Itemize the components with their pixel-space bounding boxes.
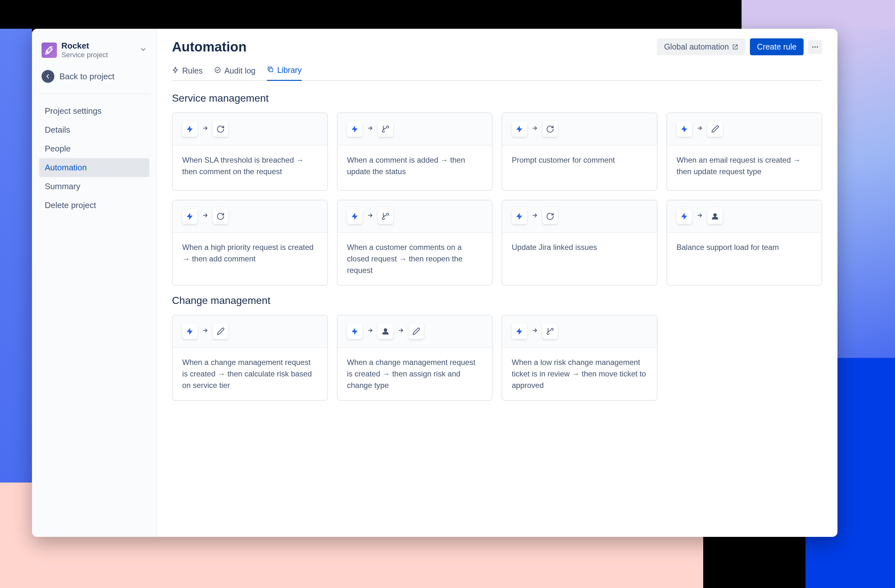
more-actions-button[interactable]	[808, 40, 822, 54]
automation-card[interactable]: Balance support load for team	[666, 200, 822, 286]
bolt-icon	[182, 209, 197, 224]
nav-item-project-settings[interactable]: Project settings	[39, 102, 149, 120]
card-header	[667, 200, 822, 233]
automation-card[interactable]: When a change management request is crea…	[337, 315, 493, 401]
decoration	[0, 29, 32, 483]
project-switcher[interactable]: Rocket Service project	[39, 38, 149, 64]
svg-point-2	[817, 46, 818, 48]
arrow-right-icon	[532, 125, 538, 133]
section-title: Change management	[172, 295, 822, 306]
card-header	[502, 200, 657, 233]
refresh-icon	[542, 121, 558, 137]
arrow-right-icon	[367, 327, 373, 335]
svg-point-1	[815, 46, 816, 48]
refresh-icon	[542, 209, 558, 224]
more-icon	[811, 43, 819, 51]
rocket-icon	[41, 42, 57, 58]
header-actions: Global automation Create rule	[657, 38, 822, 55]
branch-icon	[378, 209, 393, 224]
automation-card[interactable]: When a customer comments on a closed req…	[337, 200, 493, 286]
back-to-project[interactable]: Back to project	[39, 64, 149, 92]
card-header	[173, 113, 327, 145]
automation-card[interactable]: When SLA threshold is breached → then co…	[172, 112, 328, 191]
edit-icon	[707, 121, 723, 137]
chevron-down-icon	[140, 46, 147, 54]
tab-label: Rules	[182, 66, 203, 76]
card-description: Prompt customer for comment	[502, 145, 657, 190]
nav-item-people[interactable]: People	[39, 139, 149, 158]
arrow-right-icon	[397, 327, 404, 335]
bolt-icon	[347, 324, 363, 339]
nav-item-summary[interactable]: Summary	[39, 177, 149, 196]
svg-point-3	[215, 67, 220, 73]
card-description: When a low risk change management ticket…	[502, 348, 657, 400]
global-automation-button[interactable]: Global automation	[657, 38, 745, 55]
tab-library[interactable]: Library	[267, 63, 302, 81]
create-rule-button[interactable]: Create rule	[750, 38, 804, 55]
automation-card[interactable]: When a comment is added → then update th…	[337, 112, 493, 191]
global-automation-label: Global automation	[664, 42, 729, 52]
decoration	[831, 29, 895, 358]
arrow-right-icon	[532, 212, 538, 220]
automation-card[interactable]: Update Jira linked issues	[502, 200, 657, 286]
arrow-right-icon	[202, 212, 208, 220]
main-content: Automation Global automation Create rule…	[156, 29, 837, 537]
tab-label: Library	[277, 65, 302, 75]
bolt-icon	[677, 209, 692, 224]
project-type: Service project	[61, 51, 135, 59]
card-header	[338, 113, 492, 145]
person-icon	[378, 324, 393, 339]
bolt-icon	[347, 209, 363, 224]
arrow-right-icon	[202, 125, 208, 133]
refresh-icon	[213, 209, 228, 224]
bolt-icon	[182, 121, 197, 137]
automation-card[interactable]: When an email request is created → then …	[666, 112, 822, 191]
svg-point-0	[812, 46, 813, 48]
project-info: Rocket Service project	[61, 41, 135, 59]
bolt-icon	[677, 121, 692, 137]
arrow-right-icon	[367, 212, 373, 220]
nav-list: Project settingsDetailsPeopleAutomationS…	[39, 102, 149, 215]
tab-rules[interactable]: Rules	[172, 63, 203, 81]
arrow-right-icon	[696, 212, 703, 220]
bolt-icon	[512, 324, 527, 339]
section-title: Service management	[172, 92, 822, 104]
automation-card[interactable]: When a low risk change management ticket…	[502, 315, 657, 401]
copy-icon	[267, 65, 274, 75]
bolt-icon	[512, 209, 527, 224]
card-header	[502, 315, 657, 348]
card-header	[173, 315, 327, 348]
nav-item-automation[interactable]: Automation	[39, 158, 149, 177]
sections-container: Service management When SLA threshold is…	[172, 92, 822, 401]
tab-audit-log[interactable]: Audit log	[214, 63, 255, 81]
card-header	[338, 200, 492, 233]
card-header	[502, 113, 657, 145]
bolt-icon	[182, 324, 197, 339]
nav-item-details[interactable]: Details	[39, 120, 149, 139]
sidebar: Rocket Service project Back to project P…	[32, 29, 156, 537]
automation-card[interactable]: When a change management request is crea…	[172, 315, 328, 401]
branch-icon	[542, 324, 558, 339]
automation-card[interactable]: When a high priority request is created …	[172, 200, 328, 286]
card-grid: When a change management request is crea…	[172, 315, 822, 401]
card-description: When SLA threshold is breached → then co…	[173, 145, 327, 190]
card-description: When a change management request is crea…	[338, 348, 492, 400]
edit-icon	[213, 324, 228, 339]
tabs: RulesAudit logLibrary	[172, 63, 822, 81]
bolt-icon	[347, 121, 363, 137]
card-header	[173, 200, 327, 233]
decoration	[742, 0, 895, 29]
tab-label: Audit log	[225, 66, 255, 76]
card-description: When a change management request is crea…	[173, 348, 327, 400]
back-label: Back to project	[59, 71, 114, 82]
card-header	[667, 113, 822, 145]
edit-icon	[408, 324, 424, 339]
page-title: Automation	[172, 39, 246, 55]
external-link-icon	[732, 44, 739, 50]
bolt-icon	[512, 121, 527, 137]
divider	[39, 94, 149, 94]
card-description: Update Jira linked issues	[502, 233, 657, 285]
nav-item-delete-project[interactable]: Delete project	[39, 196, 149, 215]
person-icon	[707, 209, 723, 224]
automation-card[interactable]: Prompt customer for comment	[502, 112, 657, 191]
